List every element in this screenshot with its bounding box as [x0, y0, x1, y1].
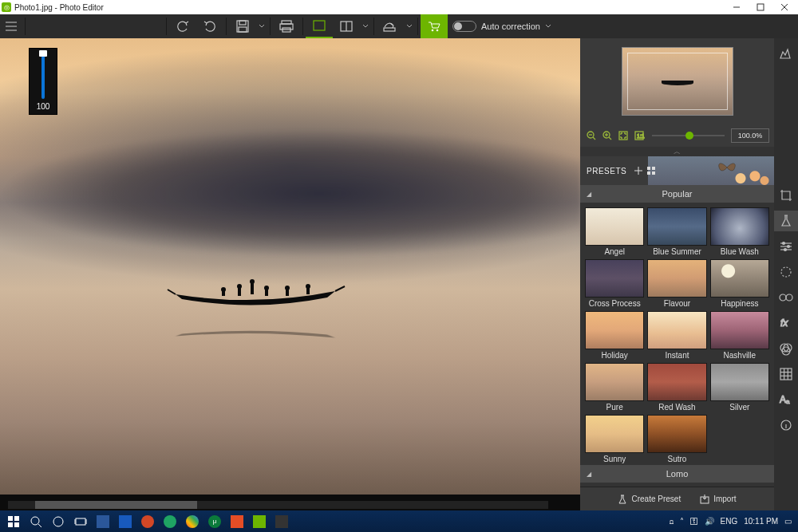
- taskbar-app-5[interactable]: [182, 512, 203, 530]
- grid-view-icon[interactable]: [646, 165, 657, 176]
- zoom-slider[interactable]: [652, 135, 725, 136]
- group-lomo-header[interactable]: ◢ Lomo: [580, 465, 774, 483]
- undo-button[interactable]: [169, 14, 196, 38]
- taskview-button[interactable]: [70, 512, 91, 530]
- maximize-button[interactable]: [749, 0, 772, 14]
- svg-point-18: [437, 30, 439, 32]
- preset-label: Nashville: [724, 351, 757, 360]
- slider-value: 100: [37, 102, 50, 111]
- svg-rect-11: [280, 24, 293, 30]
- hamburger-menu-button[interactable]: [0, 14, 22, 38]
- system-tray[interactable]: ⩍ ˄ ⚿ 🔊 ENG 10:11 PM ▭: [670, 517, 795, 526]
- horizontal-scrollbar[interactable]: [8, 501, 548, 509]
- preset-nashville[interactable]: Nashville: [710, 311, 769, 360]
- preset-happiness[interactable]: Happiness: [710, 259, 769, 308]
- group-popular-label: Popular: [662, 189, 693, 199]
- preset-thumb: [647, 311, 706, 349]
- presets-tab[interactable]: [774, 211, 798, 231]
- save-button[interactable]: [229, 14, 256, 38]
- slider-thumb[interactable]: [39, 50, 47, 57]
- preset-blue-summer[interactable]: Blue Summer: [647, 207, 706, 256]
- tray-volume-icon[interactable]: 🔊: [705, 517, 714, 526]
- import-preset-button[interactable]: Import: [700, 495, 736, 504]
- redo-icon: [203, 21, 216, 32]
- cortana-button[interactable]: [48, 512, 69, 530]
- taskbar-app-4[interactable]: [160, 512, 180, 530]
- tray-people-icon[interactable]: ⩍: [670, 517, 674, 526]
- split-view-button[interactable]: [333, 14, 360, 38]
- svg-rect-28: [265, 290, 268, 296]
- preset-holiday[interactable]: Holiday: [585, 311, 644, 360]
- svg-point-56: [781, 267, 791, 277]
- preset-cross-process[interactable]: Cross Process: [585, 259, 644, 308]
- preset-pure[interactable]: Pure: [585, 363, 644, 412]
- effects-tab[interactable]: fx: [774, 313, 798, 333]
- zoom-out-button[interactable]: [585, 129, 598, 142]
- view-dropdown[interactable]: [360, 24, 371, 29]
- info-tab[interactable]: [774, 415, 798, 435]
- zoom-in-button[interactable]: [601, 129, 614, 142]
- tray-notifications-icon[interactable]: ▭: [784, 517, 792, 526]
- preset-blue-wash[interactable]: Blue Wash: [710, 207, 769, 256]
- taskbar-app-8[interactable]: [249, 512, 270, 530]
- close-button[interactable]: [772, 0, 796, 14]
- cart-button[interactable]: [421, 14, 448, 38]
- taskbar-app-1[interactable]: [93, 512, 113, 530]
- panel-collapse-up[interactable]: ︿: [580, 147, 774, 156]
- preset-label: Silver: [729, 403, 749, 412]
- auto-correction-toggle[interactable]: Auto correction: [452, 21, 551, 32]
- svg-text:fx: fx: [780, 317, 788, 329]
- group-popular-header[interactable]: ◢ Popular: [580, 185, 774, 203]
- pixelate-tab[interactable]: [774, 364, 798, 384]
- preset-red-wash[interactable]: Red Wash: [647, 363, 706, 412]
- taskbar-app-9[interactable]: [271, 512, 292, 530]
- preset-instant[interactable]: Instant: [647, 311, 706, 360]
- opacity-slider[interactable]: 100: [29, 48, 57, 115]
- histogram-tab[interactable]: [774, 43, 798, 64]
- canvas-area[interactable]: 100: [0, 38, 580, 510]
- svg-rect-13: [314, 21, 325, 30]
- tray-network-icon[interactable]: ⚿: [690, 517, 698, 526]
- preset-label: Holiday: [601, 351, 627, 360]
- single-view-button[interactable]: [306, 14, 333, 38]
- selection-tab[interactable]: [774, 262, 798, 282]
- taskbar-app-6[interactable]: μ: [204, 512, 225, 530]
- preset-label: Sunny: [603, 455, 626, 463]
- zoom-value[interactable]: 100.0%: [731, 128, 769, 143]
- taskbar-app-2[interactable]: [115, 512, 136, 530]
- minimize-button[interactable]: [725, 0, 749, 14]
- share-dropdown[interactable]: [404, 24, 415, 29]
- zoom-actual-button[interactable]: 1:1: [633, 129, 646, 142]
- zoom-out-icon: [587, 131, 596, 140]
- taskbar-app-7[interactable]: [227, 512, 247, 530]
- tray-up-icon[interactable]: ˄: [680, 517, 684, 526]
- preset-flavour[interactable]: Flavour: [647, 259, 706, 308]
- text-tab[interactable]: Aa: [774, 389, 798, 410]
- preset-thumb: [647, 415, 706, 453]
- navigator-preview[interactable]: [580, 38, 774, 124]
- zoom-fit-button[interactable]: [617, 129, 630, 142]
- start-button[interactable]: [3, 512, 24, 530]
- search-button[interactable]: [26, 512, 46, 530]
- redo-button[interactable]: [196, 14, 223, 38]
- print-button[interactable]: [273, 14, 300, 38]
- taskbar-app-3[interactable]: [137, 512, 158, 530]
- svg-rect-48: [652, 171, 655, 175]
- create-preset-button[interactable]: Create Preset: [618, 495, 681, 504]
- save-dropdown[interactable]: [256, 24, 267, 29]
- tray-lang[interactable]: ENG: [721, 517, 738, 526]
- preset-sutro[interactable]: Sutro: [647, 415, 706, 463]
- preset-thumb: [710, 311, 769, 349]
- color-tab[interactable]: [774, 338, 798, 359]
- preset-sunny[interactable]: Sunny: [585, 415, 644, 463]
- preset-silver[interactable]: Silver: [710, 363, 769, 412]
- add-preset-icon[interactable]: [633, 165, 644, 176]
- chevron-down-icon: [545, 24, 551, 29]
- tray-time[interactable]: 10:11 PM: [744, 517, 778, 526]
- redeye-tab[interactable]: [774, 287, 798, 308]
- preset-angel[interactable]: Angel: [585, 207, 644, 256]
- crop-tab[interactable]: [774, 185, 798, 206]
- adjust-tab[interactable]: [774, 236, 798, 257]
- preset-thumb: [585, 363, 644, 401]
- share-button[interactable]: [377, 14, 404, 38]
